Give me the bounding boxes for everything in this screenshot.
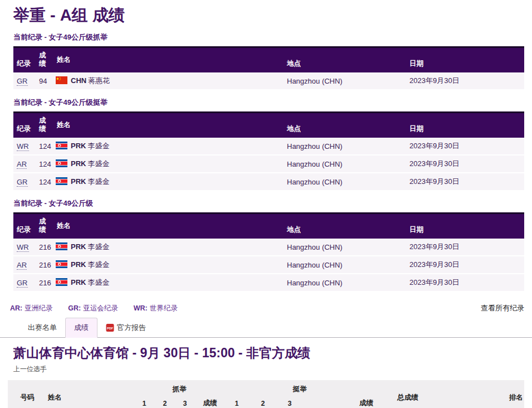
record-result-value: 216 <box>36 256 52 274</box>
col-header-name: 姓名 <box>47 380 134 408</box>
record-date: 2023年9月30日 <box>406 274 524 292</box>
col-header-cj-1: 1 <box>225 396 248 408</box>
record-date: 2023年9月30日 <box>406 256 524 274</box>
col-header-record: 纪录 <box>13 113 36 138</box>
col-header-date: 日期 <box>406 113 524 138</box>
record-row: GR 124 PRK李盛金 Hangzhou (CHN) 2023年9月30日 <box>13 173 524 191</box>
record-location: Hangzhou (CHN) <box>284 239 406 256</box>
col-header-cj-2: 2 <box>248 396 277 408</box>
col-header-record: 纪录 <box>13 47 36 73</box>
legend-label: 亚运会纪录 <box>83 304 118 312</box>
prk-flag <box>56 278 67 286</box>
record-location: Hangzhou (CHN) <box>284 155 406 173</box>
record-abbr-link[interactable]: AR <box>17 261 27 270</box>
pdf-icon: PDF <box>106 323 114 332</box>
col-header-cj-result: 成绩 <box>302 396 374 408</box>
col-header-total: 总成绩 <box>374 380 441 408</box>
athlete-name: 蒋惠花 <box>88 76 110 85</box>
noc-code: PRK <box>71 159 86 168</box>
record-row: WR 124 PRK李盛金 Hangzhou (CHN) 2023年9月30日 <box>13 138 524 155</box>
records-legend: AR:亚洲纪录GR:亚运会纪录WR:世界纪录 查看所有纪录 <box>10 303 524 313</box>
prk-flag <box>56 159 67 167</box>
col-header-location: 地点 <box>284 213 406 239</box>
col-header-location: 地点 <box>284 113 406 138</box>
tab-label: 官方报告 <box>117 323 146 333</box>
tab-official-report[interactable]: PDF官方报告 <box>97 318 154 337</box>
legend-label: 世界纪录 <box>150 304 178 312</box>
athlete-name: 李盛金 <box>87 260 109 269</box>
legend-abbr: AR: <box>10 304 22 312</box>
record-location: Hangzhou (CHN) <box>284 173 406 191</box>
col-header-location: 地点 <box>284 47 406 73</box>
record-location: Hangzhou (CHN) <box>284 72 406 90</box>
col-header-snatch-1: 1 <box>134 396 155 408</box>
record-date: 2023年9月30日 <box>406 138 524 155</box>
record-section: 当前纪录 - 女子49公斤级挺举 纪录 成绩 姓名 地点 日期 WR 124 P… <box>13 98 524 191</box>
athlete-name: 李盛金 <box>87 142 109 150</box>
record-location: Hangzhou (CHN) <box>284 256 406 274</box>
record-sections: 当前纪录 - 女子49公斤级抓举 纪录 成绩 姓名 地点 日期 GR 94 CH… <box>0 32 532 292</box>
record-table: 纪录 成绩 姓名 地点 日期 GR 94 CHN蒋惠花 Hangzhou (CH… <box>13 46 524 90</box>
col-header-snatch-result: 成绩 <box>195 396 225 408</box>
col-header-name: 姓名 <box>52 47 284 73</box>
col-header-snatch-2: 2 <box>155 396 175 408</box>
weightlifting-results-page: 举重 - A组 成绩 当前纪录 - 女子49公斤级抓举 纪录 成绩 姓名 地点 … <box>0 5 532 408</box>
col-header-cj-3: 3 <box>277 396 302 408</box>
record-result-value: 124 <box>36 173 52 191</box>
record-abbr-link[interactable]: WR <box>17 243 29 252</box>
noc-code: CHN <box>71 76 86 85</box>
record-abbr-link[interactable]: WR <box>17 142 29 151</box>
record-result-value: 216 <box>36 274 52 292</box>
record-date: 2023年9月30日 <box>406 72 524 90</box>
record-location: Hangzhou (CHN) <box>284 138 406 155</box>
col-header-date: 日期 <box>406 47 524 73</box>
record-abbr-link[interactable]: GR <box>17 279 28 288</box>
col-header-records <box>441 380 494 408</box>
tab-bar: 出赛名单成绩PDF官方报告 <box>0 318 532 338</box>
legend-abbr: GR: <box>68 304 81 312</box>
tab-results[interactable]: 成绩 <box>65 318 97 338</box>
record-abbr-link[interactable]: GR <box>17 77 28 86</box>
athlete-name: 李盛金 <box>87 159 109 168</box>
legend-label: 亚洲纪录 <box>25 304 52 312</box>
noc-code: PRK <box>71 142 86 150</box>
tab-start-list[interactable]: 出赛名单 <box>19 318 65 337</box>
col-header-result: 成绩 <box>36 113 52 138</box>
record-abbr-link[interactable]: GR <box>17 178 28 187</box>
record-date: 2023年9月30日 <box>406 239 524 256</box>
record-section: 当前纪录 - 女子49公斤级抓举 纪录 成绩 姓名 地点 日期 GR 94 CH… <box>13 32 524 90</box>
record-abbr-link[interactable]: AR <box>17 160 27 169</box>
record-location: Hangzhou (CHN) <box>284 274 406 292</box>
view-all-records-link[interactable]: 查看所有纪录 <box>481 303 524 313</box>
col-header-snatch-3: 3 <box>175 396 195 408</box>
col-header-result: 成绩 <box>36 213 52 239</box>
noc-code: PRK <box>71 177 86 186</box>
record-section-subtitle: 当前纪录 - 女子49公斤级 <box>13 198 524 208</box>
col-header-rank: 排名 <box>494 380 524 408</box>
noc-code: PRK <box>71 260 86 269</box>
record-table: 纪录 成绩 姓名 地点 日期 WR 124 PRK李盛金 Hangzhou (C… <box>13 111 524 191</box>
record-table: 纪录 成绩 姓名 地点 日期 WR 216 PRK李盛金 Hangzhou (C… <box>13 212 524 292</box>
record-row: WR 216 PRK李盛金 Hangzhou (CHN) 2023年9月30日 <box>13 239 524 256</box>
legend-item: GR:亚运会纪录 <box>68 304 118 313</box>
athlete-name: 李盛金 <box>87 278 109 286</box>
col-header-date: 日期 <box>406 213 524 239</box>
record-row: AR 216 PRK李盛金 Hangzhou (CHN) 2023年9月30日 <box>13 256 524 274</box>
prk-flag <box>56 260 67 268</box>
chn-flag <box>56 76 67 84</box>
record-section: 当前纪录 - 女子49公斤级 纪录 成绩 姓名 地点 日期 WR 216 PRK… <box>13 198 524 292</box>
tab-label: 成绩 <box>74 323 89 333</box>
svg-text:PDF: PDF <box>107 327 114 330</box>
prk-flag <box>56 142 67 149</box>
athlete-name: 李盛金 <box>87 242 109 251</box>
legend-item: WR:世界纪录 <box>134 304 178 313</box>
col-header-record: 纪录 <box>13 213 36 239</box>
col-header-bib: 号码 <box>8 380 47 408</box>
noc-code: PRK <box>71 242 86 251</box>
legend-abbr: WR: <box>134 304 148 312</box>
col-header-snatch: 抓举 <box>134 380 225 396</box>
record-row: GR 94 CHN蒋惠花 Hangzhou (CHN) 2023年9月30日 <box>13 72 524 90</box>
record-row: AR 124 PRK李盛金 Hangzhou (CHN) 2023年9月30日 <box>13 155 524 173</box>
col-header-clean-jerk: 挺举 <box>225 380 374 396</box>
results-table: 号码 姓名 抓举 挺举 总成绩 排名 1 2 3 成绩 1 2 3 成绩 71 <box>8 380 524 408</box>
